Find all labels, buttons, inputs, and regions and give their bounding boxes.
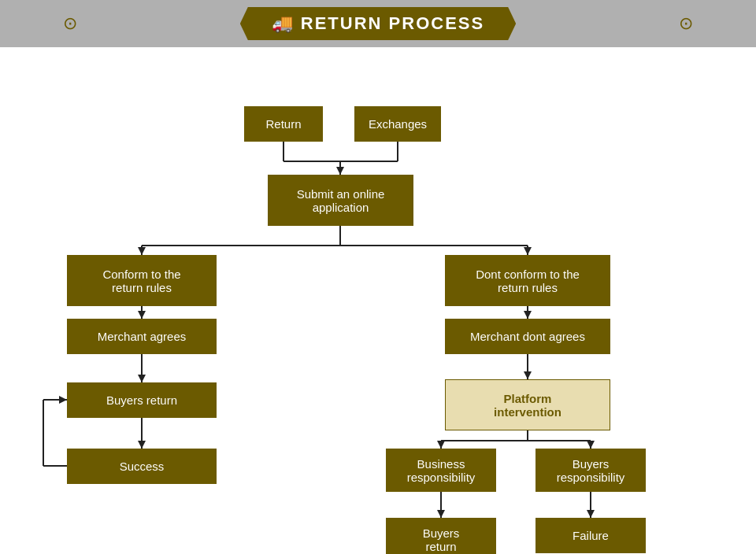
svg-marker-24 xyxy=(524,371,532,379)
svg-marker-4 xyxy=(336,167,344,175)
success-box: Success xyxy=(67,449,217,484)
business-resp-box: Business responsibility xyxy=(386,449,496,492)
chevron-right-icon[interactable]: ⊙ xyxy=(679,13,693,34)
page-title: RETURN PROCESS xyxy=(301,13,484,34)
exchanges-box: Exchanges xyxy=(354,106,441,142)
svg-marker-14 xyxy=(138,375,146,382)
buyers-resp-box: Buyers responsibility xyxy=(536,449,646,492)
platform-box: Platform intervention xyxy=(445,379,610,430)
buyers-return-right-box: Buyers return xyxy=(386,518,496,554)
chevron-left-icon[interactable]: ⊙ xyxy=(63,13,77,34)
dont-conform-box: Dont conform to the return rules xyxy=(445,255,610,306)
return-box: Return xyxy=(244,106,323,142)
svg-marker-10 xyxy=(524,247,532,255)
svg-marker-20 xyxy=(59,396,67,404)
buyers-return-left-box: Buyers return xyxy=(67,382,217,418)
submit-box: Submit an online application xyxy=(268,175,413,226)
header-title-box: 🚚 RETURN PROCESS xyxy=(240,7,516,40)
svg-marker-16 xyxy=(138,441,146,449)
diagram: Return Exchanges Submit an online applic… xyxy=(0,47,756,554)
svg-marker-32 xyxy=(437,510,445,518)
header: ⊙ 🚚 RETURN PROCESS ⊙ xyxy=(0,0,756,47)
merchant-agrees-box: Merchant agrees xyxy=(67,319,217,354)
conform-box: Conform to the return rules xyxy=(67,255,217,306)
truck-icon: 🚚 xyxy=(272,13,293,34)
svg-marker-22 xyxy=(524,311,532,319)
merchant-dont-box: Merchant dont agrees xyxy=(445,319,610,354)
svg-marker-30 xyxy=(587,441,595,449)
svg-marker-28 xyxy=(437,441,445,449)
svg-marker-12 xyxy=(138,311,146,319)
failure-box: Failure xyxy=(536,518,646,553)
svg-marker-34 xyxy=(587,510,595,518)
svg-marker-8 xyxy=(138,247,146,255)
